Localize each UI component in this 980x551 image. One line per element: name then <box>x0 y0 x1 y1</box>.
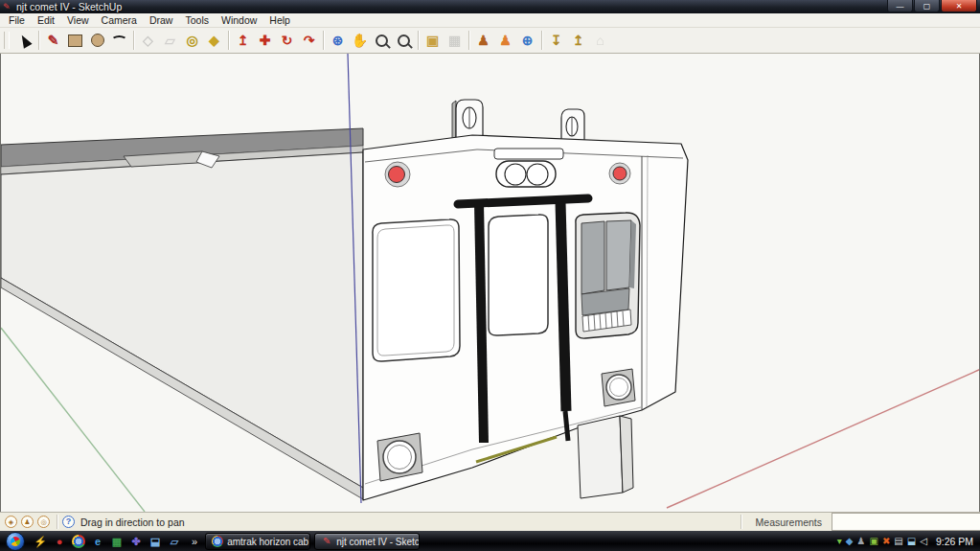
offset-tool-icon: ↷ <box>304 34 315 47</box>
volume-tray-icon[interactable]: ◁ <box>920 537 927 546</box>
toolbar-separator <box>323 31 324 50</box>
cab-glass-left <box>581 221 604 294</box>
right-marker-light <box>613 167 627 180</box>
overflow-chevron[interactable]: » <box>192 536 197 547</box>
folder-icon[interactable]: ▱ <box>168 535 181 548</box>
measurements-label: Measurements <box>746 517 832 528</box>
toolbar-separator <box>228 31 229 50</box>
share-component-icon: ⌂ <box>596 34 604 47</box>
toggle-terrain-icon: ▦ <box>448 34 461 47</box>
paint-bucket-tool-button[interactable]: ◆ <box>203 30 225 51</box>
headlight-right <box>527 164 548 185</box>
right-door-pole-lower <box>565 411 568 441</box>
make-component-tool-icon: ◇ <box>143 34 153 47</box>
zoom-extents-tool-button[interactable] <box>393 30 415 51</box>
antivirus-tray-icon[interactable]: ▾ <box>837 537 842 546</box>
push-pull-tool-button[interactable]: ↥ <box>232 30 254 51</box>
menu-camera[interactable]: Camera <box>97 14 145 26</box>
rotate-tool-button[interactable]: ↻ <box>276 30 298 51</box>
taskbar-button-2[interactable]: ✎njt comet IV - Sketc... <box>314 533 420 550</box>
aim-icon[interactable]: ⚡ <box>34 535 47 548</box>
excel-icon[interactable]: ▦ <box>110 535 124 548</box>
status-bar: ◈♟◎ ? Drag in direction to pan Measureme… <box>0 512 980 531</box>
walkthrough-person-button[interactable]: ♟ <box>494 30 516 51</box>
chrome-icon[interactable] <box>72 535 85 548</box>
door-window <box>489 215 548 335</box>
circle-tool-button[interactable] <box>86 30 108 51</box>
start-button[interactable] <box>6 532 25 551</box>
menu-window[interactable]: Window <box>217 14 264 26</box>
taskbar-button-label: njt comet IV - Sketc... <box>336 537 420 547</box>
messenger-icon[interactable]: ✤ <box>129 535 143 548</box>
help-icon[interactable]: ? <box>62 516 75 528</box>
rectangle-tool-icon <box>68 34 82 47</box>
step-pillar-side <box>620 416 633 493</box>
share-model-button[interactable]: ↥ <box>567 30 589 51</box>
push-pull-tool-icon: ↥ <box>238 34 249 47</box>
rectangle-tool-button[interactable] <box>64 30 86 51</box>
internet-explorer-icon[interactable]: e <box>91 535 104 548</box>
toolbar-separator <box>468 31 469 50</box>
make-component-tool-button: ◇ <box>137 30 159 51</box>
right-door-pole <box>560 202 566 411</box>
offset-tool-button[interactable]: ↷ <box>298 30 320 51</box>
orbit-tool-button[interactable]: ⊛ <box>327 30 349 51</box>
sync-tray-icon[interactable]: ▣ <box>869 537 877 546</box>
eraser-tool-button: ▱ <box>159 30 181 51</box>
copyright-status-icon[interactable]: ◎ <box>37 516 50 528</box>
get-models-button[interactable]: ↧ <box>545 30 567 51</box>
circle-tool-icon <box>91 34 104 47</box>
chrome-icon <box>212 536 223 547</box>
menu-bar: FileEditViewCameraDrawToolsWindowHelp <box>0 13 980 28</box>
close-button[interactable]: ✕ <box>941 0 977 12</box>
taskbar-button-1[interactable]: amtrak horizon cab ... <box>205 533 310 550</box>
toggle-terrain-button: ▦ <box>444 30 466 51</box>
window-controls: — ▢ ✕ <box>886 0 977 12</box>
arc-tool-button[interactable] <box>108 30 130 51</box>
maximize-button[interactable]: ▢ <box>914 0 940 12</box>
minimize-button[interactable]: — <box>887 0 913 12</box>
menu-view[interactable]: View <box>62 14 97 26</box>
select-tool-button[interactable] <box>13 30 35 51</box>
get-current-view-button[interactable]: ▣ <box>422 30 444 51</box>
menu-tools[interactable]: Tools <box>180 14 217 26</box>
menu-draw[interactable]: Draw <box>145 14 181 26</box>
zoom-tool-icon <box>376 34 388 47</box>
line-tool-button[interactable]: ✎ <box>42 30 64 51</box>
google-earth-preview-button[interactable]: ⊕ <box>516 30 538 51</box>
move-tool-button[interactable]: ✚ <box>254 30 276 51</box>
move-tool-icon: ✚ <box>260 34 271 47</box>
title-bar: ✎ njt comet IV - SketchUp — ▢ ✕ <box>0 0 980 13</box>
status-hint: Drag in direction to pan <box>80 517 185 528</box>
select-tool-icon <box>17 33 32 48</box>
alert-tray-icon[interactable]: ✖ <box>882 537 890 546</box>
credit-status-icon[interactable]: ♟ <box>21 516 34 528</box>
toolbar: ✎◇▱◎◆↥✚↻↷⊛✋▣▦♟♟⊕↧↥⌂ <box>0 28 980 54</box>
clipboard-tray-icon[interactable]: ▤ <box>894 537 902 546</box>
zoom-extents-tool-icon <box>398 34 410 47</box>
model-canvas[interactable] <box>1 54 980 512</box>
taskbar-button-label: amtrak horizon cab ... <box>227 537 310 547</box>
paint-bucket-tool-icon: ◆ <box>209 34 219 47</box>
headlight-left <box>505 164 526 185</box>
status-tray-icon[interactable]: ♟ <box>856 537 865 546</box>
left-marker-light <box>389 167 405 183</box>
google-earth-preview-icon: ⊕ <box>522 34 534 47</box>
media-player-icon[interactable]: ● <box>53 535 66 548</box>
display-settings-icon[interactable]: ⬓ <box>148 535 162 548</box>
measurements-input[interactable] <box>832 513 980 531</box>
left-port <box>383 441 416 473</box>
zoom-tool-button[interactable] <box>371 30 393 51</box>
orbit-tool-icon: ⊛ <box>332 34 344 47</box>
menu-help[interactable]: Help <box>264 14 298 26</box>
photo-textures-button[interactable]: ♟ <box>472 30 494 51</box>
geolocation-status-icon[interactable]: ◈ <box>5 516 17 528</box>
menu-edit[interactable]: Edit <box>33 14 62 26</box>
tape-measure-tool-button[interactable]: ◎ <box>181 30 203 51</box>
network-tray-icon[interactable]: ⬓ <box>907 537 916 546</box>
3d-viewport[interactable] <box>0 54 980 512</box>
pan-tool-button[interactable]: ✋ <box>349 30 371 51</box>
update-tray-icon[interactable]: ◆ <box>846 537 854 546</box>
menu-file[interactable]: File <box>4 14 33 26</box>
toolbar-grip[interactable] <box>4 32 10 49</box>
